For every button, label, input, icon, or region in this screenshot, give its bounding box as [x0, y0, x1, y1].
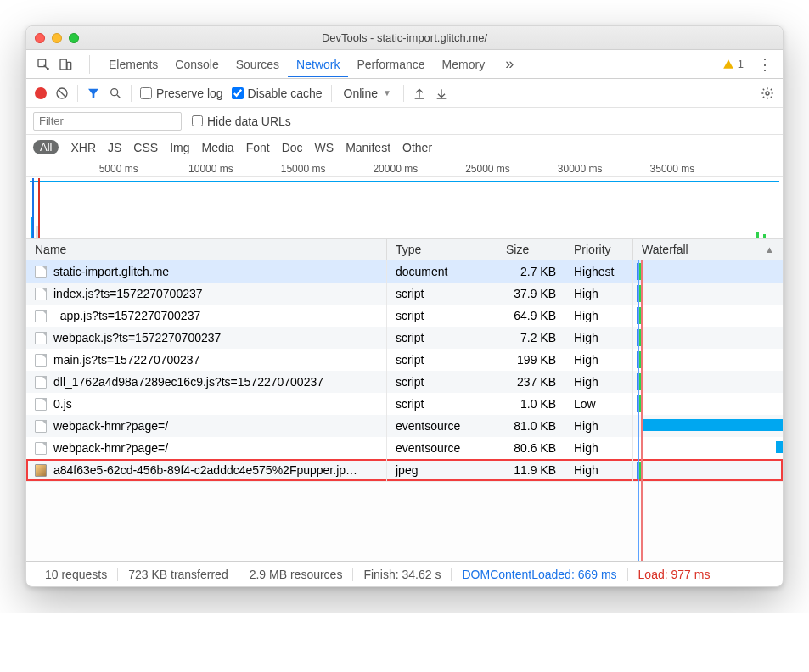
filter-doc[interactable]: Doc: [282, 141, 303, 154]
filter-ws[interactable]: WS: [315, 141, 334, 154]
filter-other[interactable]: Other: [402, 141, 432, 154]
row-size: 80.6 KB: [497, 437, 565, 459]
row-type: eventsource: [387, 415, 497, 437]
timeline-overview[interactable]: 5000 ms10000 ms15000 ms20000 ms25000 ms3…: [26, 160, 783, 238]
row-priority: High: [565, 437, 633, 459]
timeline-tick: 25000 ms: [465, 163, 510, 175]
type-filters: All XHRJSCSSImgMediaFontDocWSManifestOth…: [26, 135, 783, 160]
preserve-log-checkbox[interactable]: Preserve log: [140, 87, 223, 100]
timeline-tick: 30000 ms: [558, 163, 603, 175]
hide-data-urls-checkbox[interactable]: Hide data URLs: [192, 115, 291, 128]
warning-count: 1: [738, 58, 744, 70]
svg-point-5: [766, 92, 769, 95]
tab-sources[interactable]: Sources: [228, 52, 288, 77]
tabs-overflow-button[interactable]: »: [498, 55, 520, 73]
timeline-tick: 20000 ms: [373, 163, 418, 175]
svg-rect-2: [67, 62, 71, 70]
tab-elements[interactable]: Elements: [100, 52, 166, 77]
row-type: jpeg: [387, 459, 497, 481]
network-table: Name Type Size Priority Waterfall▲ stati…: [26, 238, 783, 561]
status-bar: 10 requests 723 KB transferred 2.9 MB re…: [26, 561, 783, 586]
file-icon: [35, 376, 47, 389]
file-icon: [35, 332, 47, 344]
row-priority: High: [565, 327, 633, 349]
tab-network[interactable]: Network: [288, 52, 348, 77]
chevron-down-icon: ▼: [383, 88, 391, 98]
inspect-icon[interactable]: [37, 58, 50, 71]
row-priority: High: [565, 305, 633, 327]
status-resources: 2.9 MB resources: [239, 568, 354, 581]
filter-xhr[interactable]: XHR: [70, 141, 96, 154]
filter-css[interactable]: CSS: [133, 141, 158, 154]
gear-icon[interactable]: [761, 87, 774, 100]
warnings-indicator[interactable]: 1: [722, 58, 744, 70]
timeline-tick: 10000 ms: [188, 163, 233, 175]
row-size: 11.9 KB: [497, 459, 565, 481]
row-type: script: [387, 327, 497, 349]
file-icon: [35, 420, 47, 433]
row-name: a84f63e5-62cd-456b-89f4-c2adddc4e575%2Fp…: [53, 463, 357, 477]
row-name: _app.js?ts=1572270700237: [53, 309, 200, 322]
status-requests: 10 requests: [35, 568, 118, 581]
timeline-tick: 35000 ms: [650, 163, 695, 175]
settings-menu-button[interactable]: ⋮: [754, 55, 776, 74]
svg-point-4: [111, 88, 118, 95]
filter-row: Hide data URLs: [26, 108, 783, 135]
filter-img[interactable]: Img: [170, 141, 189, 154]
device-toolbar-icon[interactable]: [59, 58, 72, 71]
filter-manifest[interactable]: Manifest: [346, 141, 390, 154]
filter-media[interactable]: Media: [202, 141, 234, 154]
row-size: 37.9 KB: [497, 283, 565, 305]
row-type: script: [387, 305, 497, 327]
search-icon[interactable]: [109, 87, 122, 100]
tab-console[interactable]: Console: [166, 52, 227, 77]
col-waterfall[interactable]: Waterfall▲: [633, 239, 783, 260]
table-header: Name Type Size Priority Waterfall▲: [26, 238, 783, 260]
timeline-tick: 5000 ms: [99, 163, 138, 175]
status-load: Load: 977 ms: [628, 568, 711, 581]
filter-all[interactable]: All: [33, 140, 59, 154]
status-domcontentloaded: DOMContentLoaded: 669 ms: [452, 568, 627, 581]
row-type: script: [387, 393, 497, 415]
upload-har-icon[interactable]: [413, 87, 426, 100]
row-size: 237 KB: [497, 371, 565, 393]
row-type: script: [387, 371, 497, 393]
disable-cache-input[interactable]: [232, 87, 244, 99]
throttling-select[interactable]: Online ▼: [340, 87, 395, 100]
disable-cache-checkbox[interactable]: Disable cache: [232, 87, 323, 100]
filter-input[interactable]: [33, 112, 182, 131]
tab-performance[interactable]: Performance: [348, 52, 433, 77]
row-size: 64.9 KB: [497, 305, 565, 327]
timeline-tick: 15000 ms: [281, 163, 326, 175]
row-name: webpack-hmr?page=/: [53, 419, 168, 433]
row-name: index.js?ts=1572270700237: [53, 287, 203, 300]
filter-js[interactable]: JS: [108, 141, 121, 154]
row-type: document: [387, 260, 497, 283]
preserve-log-input[interactable]: [140, 87, 152, 99]
hide-data-urls-input[interactable]: [192, 115, 203, 126]
clear-icon[interactable]: [55, 87, 69, 100]
row-priority: Low: [565, 393, 633, 415]
download-har-icon[interactable]: [435, 87, 448, 100]
tab-memory[interactable]: Memory: [434, 52, 494, 77]
row-priority: Highest: [565, 260, 633, 283]
row-type: script: [387, 283, 497, 305]
row-size: 199 KB: [497, 349, 565, 371]
row-size: 7.2 KB: [497, 327, 565, 349]
status-transferred: 723 KB transferred: [118, 568, 239, 581]
col-type[interactable]: Type: [387, 239, 497, 260]
row-name: 0.js: [53, 397, 72, 411]
record-button[interactable]: [35, 87, 47, 99]
row-name: webpack.js?ts=1572270700237: [53, 331, 221, 344]
row-name: dll_1762a4d98a7289ec16c9.js?ts=157227070…: [53, 375, 323, 389]
network-toolbar: Preserve log Disable cache Online ▼: [26, 79, 783, 108]
row-priority: High: [565, 415, 633, 437]
filter-icon[interactable]: [87, 87, 100, 100]
col-name[interactable]: Name: [26, 239, 387, 260]
row-type: eventsource: [387, 437, 497, 459]
filter-font[interactable]: Font: [246, 141, 270, 154]
svg-rect-1: [60, 59, 66, 70]
col-size[interactable]: Size: [497, 239, 565, 260]
file-icon: [35, 266, 47, 278]
col-priority[interactable]: Priority: [565, 239, 633, 260]
